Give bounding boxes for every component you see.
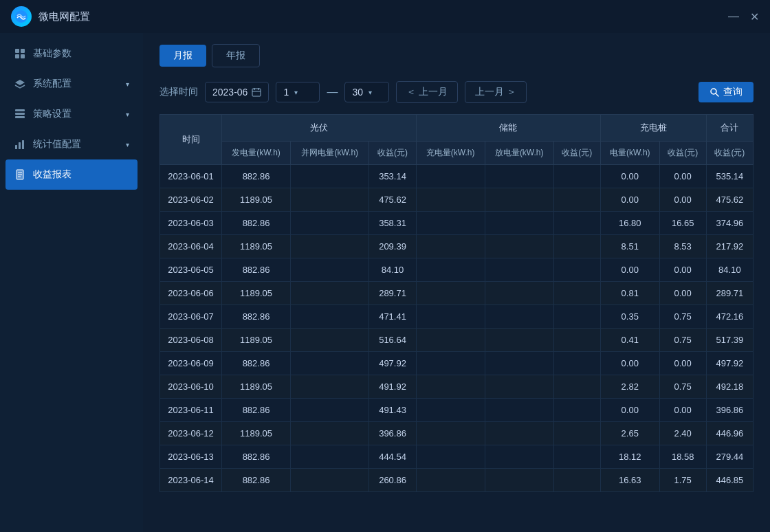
table-cell: 396.86 bbox=[706, 399, 753, 422]
table-cell: 0.00 bbox=[659, 352, 706, 375]
document-icon bbox=[14, 168, 26, 181]
svg-rect-16 bbox=[252, 89, 261, 96]
grid-icon bbox=[14, 47, 26, 60]
table-cell bbox=[416, 329, 485, 352]
table-cell: 18.58 bbox=[659, 445, 706, 469]
table-cell: 446.96 bbox=[706, 422, 753, 445]
next-month-label: 上一月 ＞ bbox=[475, 86, 516, 98]
prev-month-label: ＜ 上一月 bbox=[406, 86, 448, 98]
table-cell: 1189.05 bbox=[222, 235, 291, 258]
table-cell bbox=[291, 282, 369, 305]
table-cell: 16.80 bbox=[600, 212, 659, 235]
table-cell: 492.18 bbox=[706, 375, 753, 399]
start-day-value: 1 bbox=[283, 87, 289, 98]
sidebar-item-system-config[interactable]: 系统配置 ▾ bbox=[0, 69, 143, 99]
end-day-select[interactable]: 30 ▾ bbox=[344, 82, 389, 102]
sidebar-item-strategy-config[interactable]: 策略设置 ▾ bbox=[0, 99, 143, 129]
table-row: 2023-06-11882.86491.430.000.00396.86 bbox=[160, 399, 754, 422]
table-cell bbox=[485, 165, 553, 188]
sub-header-total: 收益(元) bbox=[706, 142, 753, 165]
tab-monthly[interactable]: 月报 bbox=[160, 45, 206, 67]
table-cell: 1189.05 bbox=[222, 329, 291, 352]
table-cell: 84.10 bbox=[706, 258, 753, 282]
table-cell: 0.00 bbox=[600, 352, 659, 375]
table-cell: 0.00 bbox=[600, 188, 659, 212]
svg-rect-5 bbox=[15, 109, 25, 111]
next-month-button[interactable]: 上一月 ＞ bbox=[465, 81, 527, 103]
sidebar-label: 统计值配置 bbox=[33, 138, 81, 151]
table-cell bbox=[553, 282, 600, 305]
title-bar: 微电网配置 — ✕ bbox=[0, 0, 770, 33]
table-cell bbox=[553, 212, 600, 235]
sub-header-cp-income: 收益(元) bbox=[659, 142, 706, 165]
table-cell bbox=[291, 469, 369, 492]
prev-month-button[interactable]: ＜ 上一月 bbox=[396, 81, 458, 103]
minimize-button[interactable]: — bbox=[729, 12, 738, 21]
table-row: 2023-06-13882.86444.5418.1218.58279.44 bbox=[160, 445, 754, 469]
table-row: 2023-06-14882.86260.8616.631.75446.85 bbox=[160, 469, 754, 492]
table-cell bbox=[553, 258, 600, 282]
table-row: 2023-06-021189.05475.620.000.00475.62 bbox=[160, 188, 754, 212]
filter-label: 选择时间 bbox=[160, 86, 198, 98]
table-cell: 475.62 bbox=[706, 188, 753, 212]
table-cell bbox=[416, 235, 485, 258]
svg-rect-7 bbox=[15, 116, 25, 118]
sidebar-item-basic-params[interactable]: 基础参数 bbox=[0, 38, 143, 69]
table-cell bbox=[553, 165, 600, 188]
date-input[interactable]: 2023-06 bbox=[205, 82, 269, 102]
table-cell bbox=[291, 212, 369, 235]
sidebar-label: 系统配置 bbox=[33, 78, 72, 90]
table-cell bbox=[291, 445, 369, 469]
sub-header-cp-energy: 电量(kW.h) bbox=[600, 142, 659, 165]
table-cell: 279.44 bbox=[706, 445, 753, 469]
table-cell: 882.86 bbox=[222, 258, 291, 282]
table-cell: 516.64 bbox=[369, 329, 416, 352]
chevron-down-icon: ▾ bbox=[126, 111, 129, 118]
start-day-select[interactable]: 1 ▾ bbox=[276, 82, 320, 102]
table-cell: 535.14 bbox=[706, 165, 753, 188]
table-cell bbox=[485, 399, 553, 422]
svg-rect-6 bbox=[15, 113, 25, 115]
table-cell: 353.14 bbox=[369, 165, 416, 188]
sidebar-item-stats-config[interactable]: 统计值配置 ▾ bbox=[0, 129, 143, 159]
table-cell: 0.75 bbox=[659, 329, 706, 352]
table-icon bbox=[14, 108, 26, 120]
close-button[interactable]: ✕ bbox=[749, 12, 759, 21]
table-row: 2023-06-081189.05516.640.410.75517.39 bbox=[160, 329, 754, 352]
table-cell bbox=[291, 422, 369, 445]
svg-rect-9 bbox=[19, 142, 21, 149]
sub-header-es-discharge: 放电量(kW.h) bbox=[485, 142, 553, 165]
table-cell: 882.86 bbox=[222, 399, 291, 422]
table-cell bbox=[485, 329, 553, 352]
table-cell: 8.53 bbox=[659, 235, 706, 258]
query-button[interactable]: 查询 bbox=[698, 82, 754, 102]
table-cell: 396.86 bbox=[369, 422, 416, 445]
table-cell: 8.51 bbox=[600, 235, 659, 258]
table-cell: 0.00 bbox=[600, 165, 659, 188]
tab-yearly[interactable]: 年报 bbox=[212, 44, 260, 67]
sidebar-item-income-report[interactable]: 收益报表 bbox=[6, 159, 138, 190]
table-cell bbox=[553, 235, 600, 258]
table-cell: 16.65 bbox=[659, 212, 706, 235]
table-row: 2023-06-061189.05289.710.810.00289.71 bbox=[160, 282, 754, 305]
table-cell bbox=[291, 188, 369, 212]
table-row: 2023-06-041189.05209.398.518.53217.92 bbox=[160, 235, 754, 258]
table-cell bbox=[485, 212, 553, 235]
table-cell: 1189.05 bbox=[222, 188, 291, 212]
svg-rect-3 bbox=[15, 54, 19, 58]
table-cell: 2023-06-07 bbox=[160, 305, 222, 329]
table-cell bbox=[485, 235, 553, 258]
search-icon bbox=[710, 87, 719, 97]
table-cell bbox=[553, 375, 600, 399]
app-title: 微电网配置 bbox=[38, 10, 90, 23]
table-cell bbox=[416, 305, 485, 329]
data-table-wrapper[interactable]: 时间 光伏 储能 充电桩 合计 发电量(kW.h) 并网电量(kW.h) 收益(… bbox=[143, 114, 770, 532]
table-row: 2023-06-09882.86497.920.000.00497.92 bbox=[160, 352, 754, 375]
table-cell bbox=[416, 188, 485, 212]
table-cell: 471.41 bbox=[369, 305, 416, 329]
table-cell bbox=[485, 282, 553, 305]
table-cell bbox=[553, 188, 600, 212]
table-cell: 217.92 bbox=[706, 235, 753, 258]
sub-header-es-income: 收益(元) bbox=[553, 142, 600, 165]
table-cell bbox=[416, 422, 485, 445]
